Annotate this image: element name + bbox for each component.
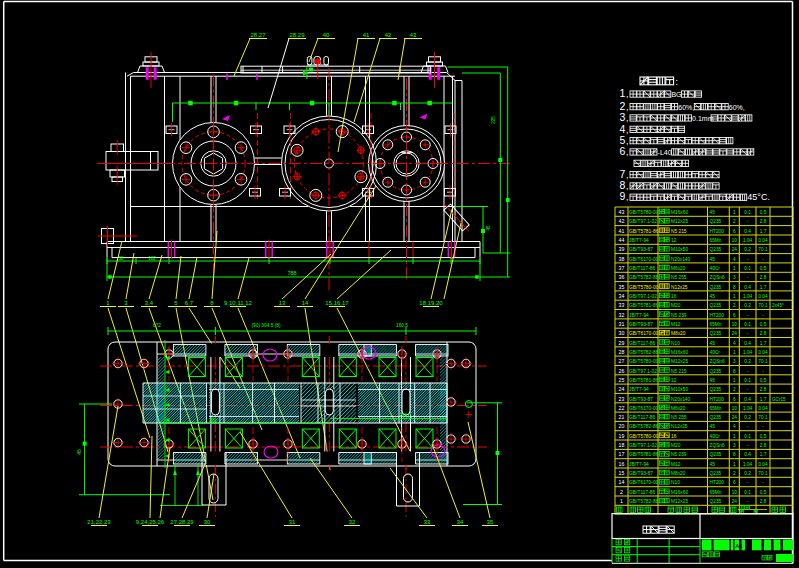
svg-text:M16x60: M16x60 [671,490,688,495]
svg-text:70.1: 70.1 [758,471,768,476]
svg-text:28,29: 28,29 [289,32,305,38]
svg-text:45: 45 [710,341,716,346]
svg-text:4: 4 [733,257,736,262]
svg-text:160.5: 160.5 [396,323,408,328]
svg-text:,: , [626,192,629,202]
svg-text:1: 1 [733,210,736,215]
svg-text:24: 24 [732,331,738,336]
svg-text:41: 41 [619,228,625,234]
svg-text:1.7: 1.7 [760,229,767,234]
svg-text:2.8: 2.8 [760,219,767,224]
svg-text:GB/T93-87: GB/T93-87 [629,247,653,252]
svg-text:M6x20: M6x20 [671,266,686,271]
svg-text:32: 32 [619,312,625,318]
svg-text:180: 180 [209,418,217,423]
svg-text:2.8: 2.8 [760,387,767,392]
svg-text:188.5: 188.5 [399,413,411,418]
svg-text:4: 4 [733,341,736,346]
svg-text:,: , [626,102,629,112]
svg-text:70.1: 70.1 [758,247,768,252]
svg-text:40Cr: 40Cr [710,266,721,271]
svg-text:N5 255: N5 255 [671,275,687,280]
svg-text:2.8: 2.8 [760,443,767,448]
svg-text:BG: BG [671,91,681,98]
svg-text:42: 42 [385,32,392,38]
svg-text:33: 33 [619,302,625,308]
svg-text:0.4: 0.4 [744,452,751,457]
svg-text:N12x25: N12x25 [671,424,688,429]
svg-text:25: 25 [619,377,625,383]
svg-text:2: 2 [620,100,626,112]
svg-text:GB/T93-87: GB/T93-87 [629,397,653,402]
svg-text:0.2: 0.2 [744,303,751,308]
svg-text:60%,: 60%, [729,104,745,111]
svg-text:70.1: 70.1 [758,303,768,308]
svg-text:32: 32 [349,519,356,525]
svg-text:12: 12 [671,378,677,383]
svg-text:GB/T93-87: GB/T93-87 [629,471,653,476]
svg-text:M12x25: M12x25 [671,219,688,224]
svg-text:45: 45 [76,449,82,455]
svg-text:18,19,20: 18,19,20 [419,300,443,306]
svg-text:GB/T5781-86: GB/T5781-86 [629,452,659,457]
svg-text:GB/T5781-86: GB/T5781-86 [629,378,659,383]
svg-text:0.5: 0.5 [760,490,767,495]
svg-text:4: 4 [620,123,626,135]
svg-text:39: 39 [619,246,625,252]
svg-text:HT200: HT200 [710,313,725,318]
svg-text:0.2: 0.2 [744,415,751,420]
svg-text:1: 1 [733,434,736,439]
svg-text:0.04: 0.04 [758,406,768,411]
svg-text:1.7: 1.7 [760,341,767,346]
svg-text:JB/T7-94: JB/T7-94 [629,462,649,467]
svg-text:2: 2 [733,471,736,476]
svg-text:29: 29 [619,340,625,346]
svg-text:1: 1 [733,266,736,271]
svg-text:1: 1 [733,350,736,355]
svg-text:0.1: 0.1 [744,490,751,495]
svg-text:37: 37 [619,265,625,271]
svg-text:33: 33 [424,519,431,525]
svg-text:28: 28 [619,349,625,355]
svg-text:1: 1 [620,498,623,504]
svg-text:70.1: 70.1 [758,359,768,364]
svg-text:45: 45 [710,424,716,429]
svg-text:40Cr: 40Cr [710,350,721,355]
svg-text:M12: M12 [671,462,681,467]
svg-text:0.1: 0.1 [744,322,751,327]
svg-text:HT200: HT200 [710,480,725,485]
svg-text:M20: M20 [671,443,681,448]
svg-text:GB/T97.1-02: GB/T97.1-02 [629,294,657,299]
svg-text:23: 23 [619,396,625,402]
svg-text:225: 225 [491,116,496,124]
svg-text:182: 182 [148,256,156,261]
svg-text:19: 19 [619,433,625,439]
svg-text:4: 4 [733,424,736,429]
svg-text:0.5: 0.5 [760,322,767,327]
svg-text:,: , [626,113,629,123]
svg-text::: : [676,77,679,87]
svg-text:N5 255: N5 255 [671,415,687,420]
svg-text:M20: M20 [671,303,681,308]
svg-text:0.1mm: 0.1mm [692,115,714,122]
svg-text:16: 16 [671,434,677,439]
svg-text:7: 7 [620,168,626,180]
svg-text:GB/T5780-00: GB/T5780-00 [629,210,659,215]
svg-text:6: 6 [620,145,626,157]
svg-text:0.1: 0.1 [744,210,751,215]
svg-text:34: 34 [457,519,464,525]
svg-text:8: 8 [620,179,626,191]
svg-text:N12x25: N12x25 [671,285,688,290]
svg-text:3,4: 3,4 [145,300,154,306]
svg-text:N20x140: N20x140 [671,257,691,262]
svg-text:0.04: 0.04 [758,350,768,355]
svg-text:GB/T5781-86: GB/T5781-86 [629,303,659,308]
svg-text:GB/T5780-00: GB/T5780-00 [629,285,659,290]
svg-text:GB/T5782-88: GB/T5782-88 [629,350,659,355]
svg-text:6: 6 [733,480,736,485]
svg-text:70.1: 70.1 [758,415,768,420]
svg-text:0.1: 0.1 [744,434,751,439]
svg-text:44: 44 [619,237,625,243]
svg-text:N20x140: N20x140 [671,397,691,402]
svg-text:40Cr: 40Cr [710,434,721,439]
